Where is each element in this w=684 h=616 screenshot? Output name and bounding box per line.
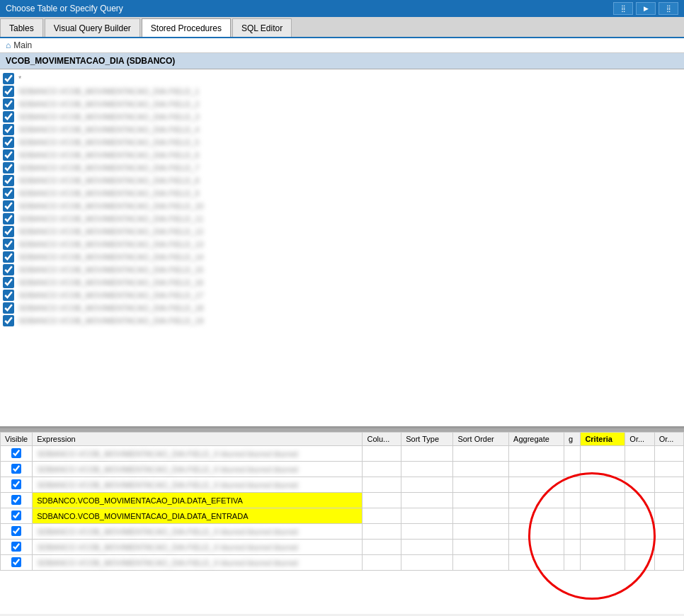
sortorder-cell[interactable] (453, 540, 509, 555)
or-cell-1[interactable] (654, 477, 683, 493)
group-cell[interactable] (564, 462, 581, 477)
field-checkbox[interactable] (3, 124, 14, 135)
aggregate-cell[interactable] (509, 477, 564, 493)
or-cell-0[interactable] (625, 555, 654, 571)
expression-cell[interactable]: SDBANCO.VCOB_MOVIMENTACAO_DIA.DATA_EFETI… (33, 493, 363, 508)
sorttype-cell[interactable] (401, 524, 453, 540)
field-checkbox[interactable] (3, 149, 14, 161)
field-checkbox[interactable] (3, 98, 14, 110)
field-checkbox[interactable] (3, 264, 14, 275)
sortorder-cell[interactable] (453, 446, 509, 462)
sorttype-cell[interactable] (401, 493, 453, 508)
aggregate-cell[interactable] (509, 524, 564, 540)
column-cell[interactable] (363, 446, 401, 462)
aggregate-cell[interactable] (509, 555, 564, 571)
sorttype-cell[interactable] (401, 508, 453, 524)
field-checkbox[interactable] (3, 175, 14, 186)
field-checkbox[interactable] (3, 290, 14, 301)
visible-checkbox[interactable] (11, 495, 21, 505)
expression-cell[interactable]: SDBANCO.VCOB_MOVIMENTACAO_DIA.FIELD_X bl… (33, 446, 363, 462)
or-cell-0[interactable] (625, 493, 654, 508)
criteria-cell[interactable] (581, 524, 625, 540)
field-checkbox[interactable] (3, 251, 14, 263)
criteria-cell[interactable] (581, 493, 625, 508)
expression-cell[interactable]: SDBANCO.VCOB_MOVIMENTACAO_DIA.FIELD_X bl… (33, 524, 363, 540)
or-cell-0[interactable] (625, 540, 654, 555)
aggregate-cell[interactable] (509, 446, 564, 462)
or-cell-1[interactable] (654, 555, 683, 571)
field-checkbox[interactable] (3, 111, 14, 122)
expression-cell[interactable]: SDBANCO.VCOB_MOVIMENTACAO_DIA.FIELD_X bl… (33, 477, 363, 493)
or-cell-0[interactable] (625, 524, 654, 540)
visible-checkbox[interactable] (11, 557, 21, 567)
field-checkbox[interactable] (3, 86, 14, 97)
aggregate-cell[interactable] (509, 493, 564, 508)
or-cell-1[interactable] (654, 508, 683, 524)
tab-visual-query-builder[interactable]: Visual Query Builder (45, 18, 140, 37)
aggregate-cell[interactable] (509, 540, 564, 555)
visible-checkbox[interactable] (11, 526, 21, 536)
group-cell[interactable] (564, 477, 581, 493)
or-cell-0[interactable] (625, 477, 654, 493)
group-cell[interactable] (564, 524, 581, 540)
or-cell-1[interactable] (654, 462, 683, 477)
sorttype-cell[interactable] (401, 540, 453, 555)
criteria-cell[interactable] (581, 555, 625, 571)
sortorder-cell[interactable] (453, 524, 509, 540)
field-checkbox[interactable] (3, 239, 14, 250)
sorttype-cell[interactable] (401, 462, 453, 477)
criteria-cell[interactable] (581, 446, 625, 462)
expression-cell[interactable]: SDBANCO.VCOB_MOVIMENTACAO_DIA.FIELD_X bl… (33, 462, 363, 477)
sorttype-cell[interactable] (401, 477, 453, 493)
sorttype-cell[interactable] (401, 555, 453, 571)
group-cell[interactable] (564, 555, 581, 571)
tab-stored-procedures[interactable]: Stored Procedures (142, 18, 231, 37)
visible-checkbox[interactable] (11, 542, 21, 552)
or-cell-1[interactable] (654, 493, 683, 508)
or-cell-1[interactable] (654, 524, 683, 540)
or-cell-1[interactable] (654, 446, 683, 462)
field-checkbox[interactable] (3, 137, 14, 148)
sortorder-cell[interactable] (453, 508, 509, 524)
field-checkbox[interactable] (3, 200, 14, 212)
field-checkbox[interactable] (3, 188, 14, 199)
or-cell-0[interactable] (625, 508, 654, 524)
criteria-cell[interactable] (581, 462, 625, 477)
criteria-cell[interactable] (581, 477, 625, 493)
visible-checkbox[interactable] (11, 479, 21, 489)
group-cell[interactable] (564, 493, 581, 508)
field-checkbox[interactable] (3, 226, 14, 237)
visible-checkbox[interactable] (11, 464, 21, 474)
tab-sql-editor[interactable]: SQL Editor (232, 18, 292, 37)
column-cell[interactable] (363, 540, 401, 555)
or-cell-0[interactable] (625, 462, 654, 477)
visible-checkbox[interactable] (11, 448, 21, 458)
field-checkbox[interactable] (3, 302, 14, 314)
field-checkbox[interactable] (3, 213, 14, 224)
group-cell[interactable] (564, 446, 581, 462)
column-cell[interactable] (363, 462, 401, 477)
sortorder-cell[interactable] (453, 555, 509, 571)
group-cell[interactable] (564, 508, 581, 524)
visible-checkbox[interactable] (11, 511, 21, 520)
grid-btn-2[interactable]: ▶ (636, 2, 656, 15)
sortorder-cell[interactable] (453, 462, 509, 477)
home-icon[interactable]: ⌂ (6, 40, 11, 50)
field-checkbox[interactable] (3, 315, 14, 326)
sortorder-cell[interactable] (453, 477, 509, 493)
expression-cell[interactable]: SDBANCO.VCOB_MOVIMENTACAO_DIA.DATA_ENTRA… (33, 508, 363, 524)
field-checkbox[interactable] (3, 73, 14, 84)
column-cell[interactable] (363, 508, 401, 524)
column-cell[interactable] (363, 524, 401, 540)
grid-btn-1[interactable]: ⣿ (613, 2, 633, 15)
field-checkbox[interactable] (3, 277, 14, 288)
criteria-cell[interactable] (581, 540, 625, 555)
criteria-cell[interactable] (581, 508, 625, 524)
column-cell[interactable] (363, 477, 401, 493)
aggregate-cell[interactable] (509, 508, 564, 524)
sorttype-cell[interactable] (401, 446, 453, 462)
expression-cell[interactable]: SDBANCO.VCOB_MOVIMENTACAO_DIA.FIELD_X bl… (33, 540, 363, 555)
or-cell-0[interactable] (625, 446, 654, 462)
or-cell-1[interactable] (654, 540, 683, 555)
group-cell[interactable] (564, 540, 581, 555)
